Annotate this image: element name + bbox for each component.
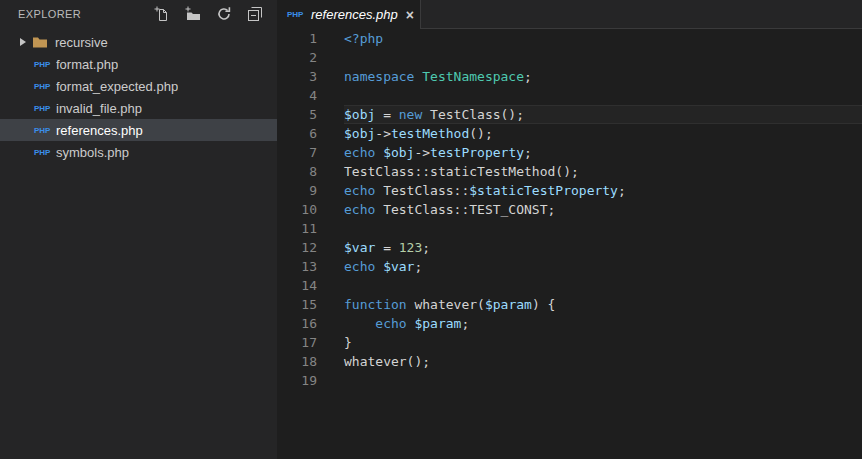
tree-item-invalid-file-php[interactable]: PHPinvalid_file.php bbox=[0, 97, 277, 119]
tree-item-label: invalid_file.php bbox=[56, 101, 142, 116]
code-line-text-4[interactable] bbox=[344, 86, 862, 105]
line-number: 1 bbox=[277, 29, 317, 48]
code-line: 19 bbox=[277, 371, 862, 390]
code-line: 18whatever(); bbox=[277, 352, 862, 371]
line-number: 13 bbox=[277, 257, 317, 276]
explorer-sidebar: EXPLORER bbox=[0, 0, 277, 459]
tab-close-icon[interactable]: × bbox=[406, 8, 414, 22]
tree-item-format-expected-php[interactable]: PHPformat_expected.php bbox=[0, 75, 277, 97]
line-number: 9 bbox=[277, 181, 317, 200]
explorer-header: EXPLORER bbox=[0, 0, 277, 28]
code-line: 10echo TestClass::TEST_CONST; bbox=[277, 200, 862, 219]
code-line: 12$var = 123; bbox=[277, 238, 862, 257]
line-number: 8 bbox=[277, 162, 317, 181]
folder-icon bbox=[32, 34, 48, 50]
line-number: 7 bbox=[277, 143, 317, 162]
tree-item-label: symbols.php bbox=[56, 145, 129, 160]
collapse-all-icon bbox=[247, 6, 263, 22]
tree-item-format-php[interactable]: PHPformat.php bbox=[0, 53, 277, 75]
code-line-text-16[interactable]: echo $param; bbox=[344, 314, 862, 333]
code-line-text-14[interactable] bbox=[344, 276, 862, 295]
new-file-button[interactable] bbox=[154, 6, 170, 22]
line-number: 14 bbox=[277, 276, 317, 295]
tab-bar-empty-space bbox=[420, 0, 862, 29]
code-line: 7echo $obj->testProperty; bbox=[277, 143, 862, 162]
code-line-text-12[interactable]: $var = 123; bbox=[344, 238, 862, 257]
explorer-title: EXPLORER bbox=[18, 8, 81, 20]
php-file-icon: PHP bbox=[34, 126, 56, 135]
editor-group: PHP references.php × 1<?php23namespace T… bbox=[277, 0, 862, 459]
line-number: 10 bbox=[277, 200, 317, 219]
code-line: 11 bbox=[277, 219, 862, 238]
new-file-icon bbox=[154, 6, 170, 22]
code-line-text-7[interactable]: echo $obj->testProperty; bbox=[344, 143, 862, 162]
code-line-text-3[interactable]: namespace TestNamespace; bbox=[344, 67, 862, 86]
line-number: 12 bbox=[277, 238, 317, 257]
code-line-text-13[interactable]: echo $var; bbox=[344, 257, 862, 276]
tab-references-php[interactable]: PHP references.php × bbox=[277, 0, 420, 29]
line-number: 3 bbox=[277, 67, 317, 86]
code-line: 1<?php bbox=[277, 29, 862, 48]
tree-item-label: format_expected.php bbox=[56, 79, 178, 94]
code-line: 4 bbox=[277, 86, 862, 105]
code-line: 14 bbox=[277, 276, 862, 295]
file-tree: recursivePHPformat.phpPHPformat_expected… bbox=[0, 31, 277, 163]
code-line-text-2[interactable] bbox=[344, 48, 862, 67]
code-line-text-8[interactable]: TestClass::staticTestMethod(); bbox=[344, 162, 862, 181]
code-line: 3namespace TestNamespace; bbox=[277, 67, 862, 86]
tree-item-label: recursive bbox=[55, 35, 108, 50]
tab-title: references.php bbox=[311, 7, 398, 22]
php-file-icon: PHP bbox=[34, 148, 56, 157]
php-file-icon: PHP bbox=[287, 10, 311, 19]
refresh-button[interactable] bbox=[216, 6, 232, 22]
code-line-text-5[interactable]: $obj = new TestClass(); bbox=[344, 105, 862, 124]
line-number: 5 bbox=[277, 105, 317, 124]
code-line-text-18[interactable]: whatever(); bbox=[344, 352, 862, 371]
tree-item-label: format.php bbox=[56, 57, 118, 72]
php-file-icon: PHP bbox=[34, 104, 56, 113]
code-line-text-11[interactable] bbox=[344, 219, 862, 238]
new-folder-icon bbox=[185, 6, 201, 22]
line-number: 17 bbox=[277, 333, 317, 352]
code-line-text-10[interactable]: echo TestClass::TEST_CONST; bbox=[344, 200, 862, 219]
code-line: 9echo TestClass::$staticTestProperty; bbox=[277, 181, 862, 200]
tree-item-symbols-php[interactable]: PHPsymbols.php bbox=[0, 141, 277, 163]
tree-item-recursive[interactable]: recursive bbox=[0, 31, 277, 53]
code-line: 16 echo $param; bbox=[277, 314, 862, 333]
vscode-window: EXPLORER bbox=[0, 0, 862, 459]
line-number: 2 bbox=[277, 48, 317, 67]
code-editor[interactable]: 1<?php23namespace TestNamespace;45$obj =… bbox=[277, 29, 862, 459]
tab-bar: PHP references.php × bbox=[277, 0, 862, 29]
code-line-text-17[interactable]: } bbox=[344, 333, 862, 352]
line-number: 16 bbox=[277, 314, 317, 333]
code-line: 15function whatever($param) { bbox=[277, 295, 862, 314]
code-line: 13echo $var; bbox=[277, 257, 862, 276]
code-line: 17} bbox=[277, 333, 862, 352]
line-number: 15 bbox=[277, 295, 317, 314]
line-number: 18 bbox=[277, 352, 317, 371]
line-number: 6 bbox=[277, 124, 317, 143]
code-line-text-19[interactable] bbox=[344, 371, 862, 390]
chevron-right-icon[interactable] bbox=[20, 38, 26, 46]
code-line: 2 bbox=[277, 48, 862, 67]
code-line-text-15[interactable]: function whatever($param) { bbox=[344, 295, 862, 314]
line-number: 19 bbox=[277, 371, 317, 390]
explorer-toolbar bbox=[154, 6, 263, 22]
code-line-text-9[interactable]: echo TestClass::$staticTestProperty; bbox=[344, 181, 862, 200]
tree-item-references-php[interactable]: PHPreferences.php bbox=[0, 119, 277, 141]
refresh-icon bbox=[216, 6, 232, 22]
collapse-all-button[interactable] bbox=[247, 6, 263, 22]
code-line: 5$obj = new TestClass(); bbox=[277, 105, 862, 124]
code-line-text-1[interactable]: <?php bbox=[344, 29, 862, 48]
line-number: 4 bbox=[277, 86, 317, 105]
php-file-icon: PHP bbox=[34, 82, 56, 91]
php-file-icon: PHP bbox=[34, 60, 56, 69]
code-line: 8TestClass::staticTestMethod(); bbox=[277, 162, 862, 181]
tree-item-label: references.php bbox=[56, 123, 143, 138]
code-line-text-6[interactable]: $obj->testMethod(); bbox=[344, 124, 862, 143]
code-line: 6$obj->testMethod(); bbox=[277, 124, 862, 143]
new-folder-button[interactable] bbox=[185, 6, 201, 22]
line-number: 11 bbox=[277, 219, 317, 238]
